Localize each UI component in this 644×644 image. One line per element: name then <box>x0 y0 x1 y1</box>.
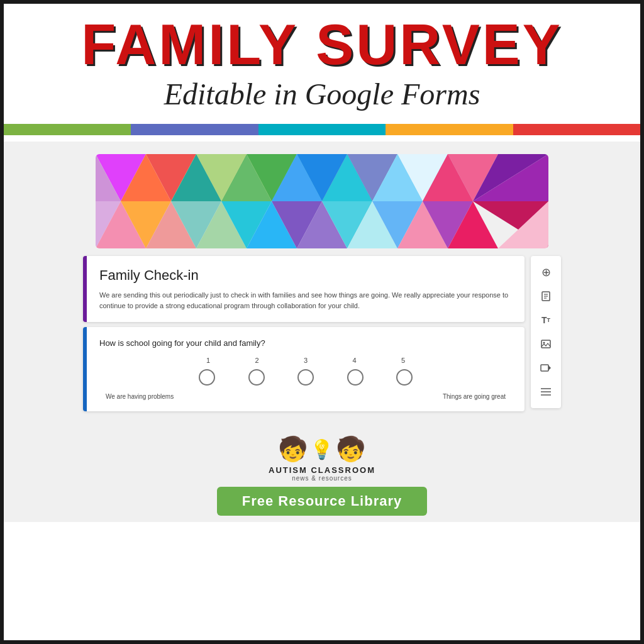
figure-right-icon: 🧒 <box>336 435 365 463</box>
bottom-section: 🧒 💡 🧒 AUTISM CLASSROOM news & resources … <box>4 424 640 522</box>
logo-name: AUTISM CLASSROOM <box>269 465 375 475</box>
scale-radio-3[interactable] <box>297 369 314 386</box>
image-icon[interactable] <box>536 334 556 354</box>
subtitle: Editable in Google Forms <box>23 77 621 111</box>
scale-numbers: 1 2 3 4 5 <box>199 357 413 364</box>
main-title: FAMILY SURVEY <box>23 16 621 73</box>
scale-num-1: 1 <box>199 357 218 364</box>
scale-radio-4[interactable] <box>347 369 364 386</box>
svg-point-47 <box>543 342 545 344</box>
form-card-header: Family Check-in We are sending this out … <box>83 256 525 322</box>
form-cards: Family Check-in We are sending this out … <box>83 256 525 411</box>
stripe-green <box>4 124 131 135</box>
scale-num-4: 4 <box>345 357 364 364</box>
scale-label-right: Things are going great <box>443 393 506 400</box>
figure-left-icon: 🧒 <box>278 435 308 463</box>
stripe-red <box>513 124 640 135</box>
page-container: FAMILY SURVEY Editable in Google Forms <box>0 0 644 644</box>
content-area: Family Check-in We are sending this out … <box>4 142 640 424</box>
scale-num-5: 5 <box>394 357 413 364</box>
logo-area: 🧒 💡 🧒 AUTISM CLASSROOM news & resources <box>269 435 375 482</box>
svg-marker-49 <box>548 365 551 370</box>
stripe-cyan <box>258 124 386 135</box>
section-icon[interactable] <box>536 382 556 402</box>
top-section: FAMILY SURVEY Editable in Google Forms <box>4 4 640 118</box>
rainbow-header-image <box>96 154 548 248</box>
color-stripe <box>4 124 640 135</box>
svg-rect-46 <box>541 340 550 348</box>
scale-num-3: 3 <box>296 357 315 364</box>
svg-rect-48 <box>541 365 548 371</box>
right-toolbar: ⊕ TT <box>531 256 561 408</box>
scale-labels: We are having problems Things are going … <box>106 393 506 400</box>
logo-figures: 🧒 💡 🧒 <box>278 435 365 463</box>
form-card-description: We are sending this out periodically jus… <box>99 290 512 311</box>
scale-circles <box>199 369 413 386</box>
import-icon[interactable] <box>536 286 556 306</box>
stripe-indigo <box>131 124 258 135</box>
scale-radio-2[interactable] <box>248 369 265 386</box>
form-area: Family Check-in We are sending this out … <box>83 256 561 411</box>
rainbow-svg <box>96 154 548 248</box>
scale-container: 1 2 3 4 5 <box>99 357 512 400</box>
question-text: How is school going for your child and f… <box>99 338 512 348</box>
add-question-icon[interactable]: ⊕ <box>536 262 556 282</box>
lightbulb-icon: 💡 <box>310 438 333 460</box>
form-card-question: How is school going for your child and f… <box>83 327 525 411</box>
free-resource-button[interactable]: Free Resource Library <box>217 487 428 516</box>
stripe-yellow <box>386 124 513 135</box>
scale-radio-5[interactable] <box>396 369 413 386</box>
form-card-title: Family Check-in <box>99 267 512 284</box>
scale-radio-1[interactable] <box>199 369 215 386</box>
text-icon[interactable]: TT <box>536 310 556 330</box>
scale-label-left: We are having problems <box>106 393 174 400</box>
logo-sub: news & resources <box>292 475 352 482</box>
video-icon[interactable] <box>536 358 556 378</box>
scale-num-2: 2 <box>248 357 267 364</box>
